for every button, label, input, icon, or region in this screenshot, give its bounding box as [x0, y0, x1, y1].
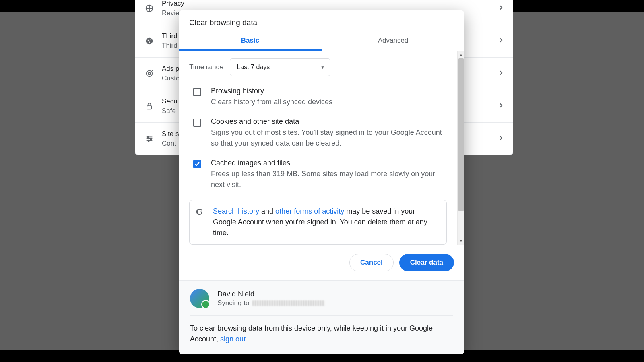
- tab-basic[interactable]: Basic: [179, 33, 322, 51]
- user-row: David Nield Syncing to: [190, 289, 453, 316]
- time-range-value: Last 7 days: [237, 64, 270, 70]
- google-info-box: G Search history and other forms of acti…: [189, 200, 447, 245]
- cookie-icon: [145, 37, 154, 45]
- dialog-footer: David Nield Syncing to To clear browsing…: [179, 280, 464, 354]
- option-row: Cached images and filesFrees up less tha…: [179, 151, 457, 193]
- option-title: Cookies and other site data: [211, 116, 447, 127]
- footer-note: To clear browsing data from this device …: [190, 316, 453, 345]
- scrollbar[interactable]: ▲ ▼: [457, 51, 464, 245]
- target-icon: [145, 69, 154, 78]
- dialog-title: Clear browsing data: [179, 10, 464, 33]
- option-row: Browsing historyClears history from all …: [179, 79, 457, 110]
- chevron-right-icon: [499, 5, 503, 10]
- sign-out-link[interactable]: sign out: [220, 335, 246, 343]
- cancel-button[interactable]: Cancel: [349, 254, 394, 272]
- svg-point-3: [150, 39, 151, 40]
- option-title: Cached images and files: [211, 158, 447, 169]
- tab-advanced[interactable]: Advanced: [322, 33, 464, 51]
- svg-point-9: [150, 138, 152, 140]
- option-desc: Signs you out of most sites. You'll stay…: [211, 127, 447, 149]
- chevron-right-icon: [499, 37, 503, 43]
- chevron-down-icon: ▼: [320, 65, 324, 70]
- time-range-select[interactable]: Last 7 days ▼: [230, 58, 330, 76]
- checkbox-checked[interactable]: [193, 160, 201, 168]
- chevron-right-icon: [499, 70, 503, 76]
- shield-icon: [145, 4, 154, 13]
- info-mid: and: [259, 207, 275, 215]
- option-text: Cookies and other site dataSigns you out…: [211, 116, 447, 149]
- chevron-right-icon: [499, 103, 503, 108]
- info-text: Search history and other forms of activi…: [213, 206, 440, 239]
- checkbox-unchecked[interactable]: [193, 88, 201, 96]
- google-icon: G: [196, 207, 206, 216]
- search-history-link[interactable]: Search history: [213, 207, 259, 215]
- scrollbar-thumb[interactable]: [458, 58, 464, 211]
- option-title: Browsing history: [211, 86, 332, 97]
- svg-point-4: [149, 41, 151, 43]
- user-sync: Syncing to: [217, 299, 325, 307]
- time-range-row: Time range Last 7 days ▼: [179, 51, 457, 79]
- dialog-actions: Cancel Clear data: [179, 245, 464, 280]
- svg-point-10: [148, 140, 149, 142]
- avatar: [190, 289, 209, 308]
- option-desc: Clears history from all synced devices: [211, 97, 332, 107]
- option-text: Cached images and filesFrees up less tha…: [211, 158, 447, 190]
- svg-point-8: [147, 136, 149, 138]
- footer-note-post: .: [246, 335, 248, 343]
- settings-row-title: Privacy: [162, 0, 491, 8]
- lock-icon: [145, 102, 154, 111]
- svg-point-2: [148, 40, 149, 41]
- option-text: Browsing historyClears history from all …: [211, 86, 332, 107]
- checkbox-unchecked[interactable]: [193, 119, 201, 127]
- option-row: Cookies and other site dataSigns you out…: [179, 110, 457, 151]
- sync-prefix: Syncing to: [217, 299, 249, 307]
- scroll-up-icon[interactable]: ▲: [458, 51, 464, 58]
- scroll-content: Time range Last 7 days ▼ Browsing histor…: [179, 51, 457, 245]
- svg-rect-7: [147, 106, 152, 109]
- time-range-label: Time range: [189, 63, 223, 71]
- user-name: David Nield: [217, 290, 325, 298]
- clear-browsing-data-dialog: Clear browsing data Basic Advanced Time …: [179, 10, 464, 354]
- chevron-right-icon: [499, 135, 503, 141]
- other-activity-link[interactable]: other forms of activity: [275, 207, 344, 215]
- sync-email-redacted: [252, 300, 325, 306]
- tabs: Basic Advanced: [179, 33, 464, 51]
- scroll-area: Time range Last 7 days ▼ Browsing histor…: [179, 51, 464, 245]
- option-desc: Frees up less than 319 MB. Some sites ma…: [211, 169, 447, 190]
- scroll-down-icon[interactable]: ▼: [458, 237, 464, 245]
- clear-data-button[interactable]: Clear data: [399, 254, 454, 272]
- sliders-icon: [145, 134, 154, 143]
- svg-point-6: [148, 72, 151, 75]
- svg-point-1: [146, 38, 153, 45]
